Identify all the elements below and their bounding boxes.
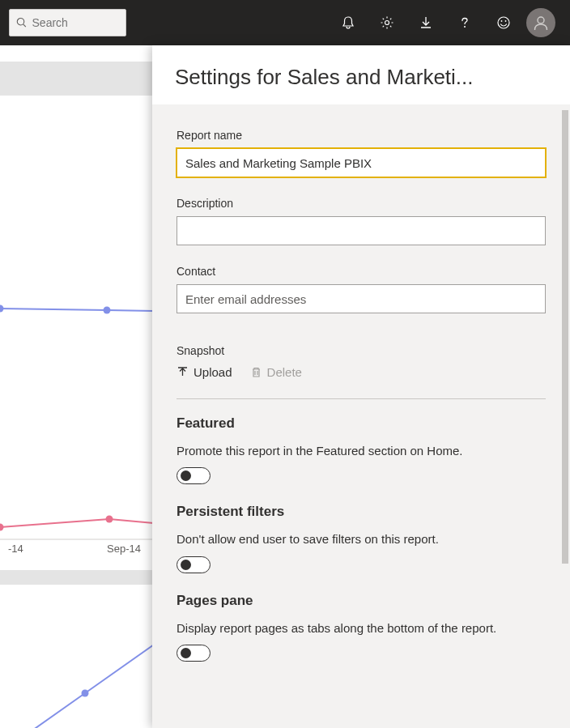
panel-header: Settings for Sales and Marketi...: [152, 45, 570, 104]
svg-point-2: [385, 21, 389, 25]
panel-body: Report name Description Contact Snapshot…: [152, 104, 570, 728]
persistent-filters-toggle[interactable]: [177, 556, 211, 573]
help-icon: [457, 15, 472, 30]
upload-label: Upload: [194, 365, 232, 379]
snapshot-label: Snapshot: [177, 344, 546, 357]
upload-icon: [177, 366, 189, 378]
svg-line-9: [107, 310, 154, 311]
persistent-filters-title: Persistent filters: [177, 504, 546, 520]
panel-title: Settings for Sales and Marketi...: [175, 65, 547, 90]
persistent-filters-section: Persistent filters Don't allow end user …: [177, 504, 546, 573]
bell-icon: [341, 15, 355, 30]
report-name-group: Report name: [177, 129, 546, 177]
divider: [177, 398, 546, 399]
search-input[interactable]: [32, 16, 119, 29]
snapshot-group: Snapshot Upload Delete: [177, 344, 546, 379]
delete-icon: [250, 366, 262, 378]
pages-pane-toggle[interactable]: [177, 645, 211, 662]
help-button[interactable]: [445, 3, 484, 42]
contact-group: Contact: [177, 265, 546, 313]
svg-point-3: [464, 26, 466, 28]
pages-pane-title: Pages pane: [177, 593, 546, 609]
svg-point-18: [82, 690, 89, 697]
line-chart-1: [0, 256, 154, 353]
line-chart-3: [0, 596, 154, 728]
search-box[interactable]: [9, 9, 126, 36]
svg-point-7: [538, 17, 544, 23]
pages-pane-desc: Display report pages as tabs along the b…: [177, 620, 546, 636]
delete-label: Delete: [267, 365, 302, 379]
axis-label: Sep-14: [107, 543, 141, 555]
featured-title: Featured: [177, 415, 546, 432]
svg-point-5: [501, 20, 503, 22]
svg-point-15: [106, 516, 113, 523]
chart-strip: [0, 570, 154, 585]
svg-line-8: [0, 309, 107, 310]
smile-icon: [496, 15, 511, 30]
download-button[interactable]: [406, 3, 445, 42]
featured-toggle[interactable]: [177, 467, 211, 484]
axis-label: -14: [8, 543, 23, 555]
featured-section: Featured Promote this report in the Feat…: [177, 415, 546, 484]
svg-line-13: [109, 519, 154, 523]
feedback-button[interactable]: [484, 3, 523, 42]
svg-point-0: [17, 19, 23, 25]
description-label: Description: [177, 197, 546, 210]
svg-line-12: [0, 519, 109, 527]
contact-input[interactable]: [177, 284, 546, 313]
description-input[interactable]: [177, 216, 546, 245]
svg-line-1: [23, 24, 26, 27]
user-icon: [532, 14, 550, 32]
snapshot-delete-button: Delete: [250, 365, 302, 379]
svg-point-6: [505, 20, 507, 22]
settings-button[interactable]: [368, 3, 406, 42]
topbar-icons: [329, 3, 555, 42]
avatar[interactable]: [526, 8, 555, 37]
persistent-filters-desc: Don't allow end user to save filters on …: [177, 531, 546, 547]
pages-pane-section: Pages pane Display report pages as tabs …: [177, 593, 546, 662]
report-name-input[interactable]: [177, 148, 546, 177]
svg-point-11: [104, 307, 111, 314]
scrollbar[interactable]: [562, 110, 568, 564]
notifications-button[interactable]: [329, 3, 368, 42]
search-icon: [16, 16, 28, 29]
download-icon: [419, 15, 433, 30]
svg-point-14: [0, 524, 4, 531]
settings-panel: Settings for Sales and Marketi... Report…: [152, 45, 570, 728]
report-name-label: Report name: [177, 129, 546, 142]
snapshot-upload-button[interactable]: Upload: [177, 365, 232, 379]
gear-icon: [380, 15, 394, 30]
svg-point-4: [498, 17, 509, 28]
topbar: [0, 0, 570, 45]
contact-label: Contact: [177, 265, 546, 278]
featured-desc: Promote this report in the Featured sect…: [177, 443, 546, 459]
svg-point-10: [0, 305, 4, 313]
description-group: Description: [177, 197, 546, 245]
